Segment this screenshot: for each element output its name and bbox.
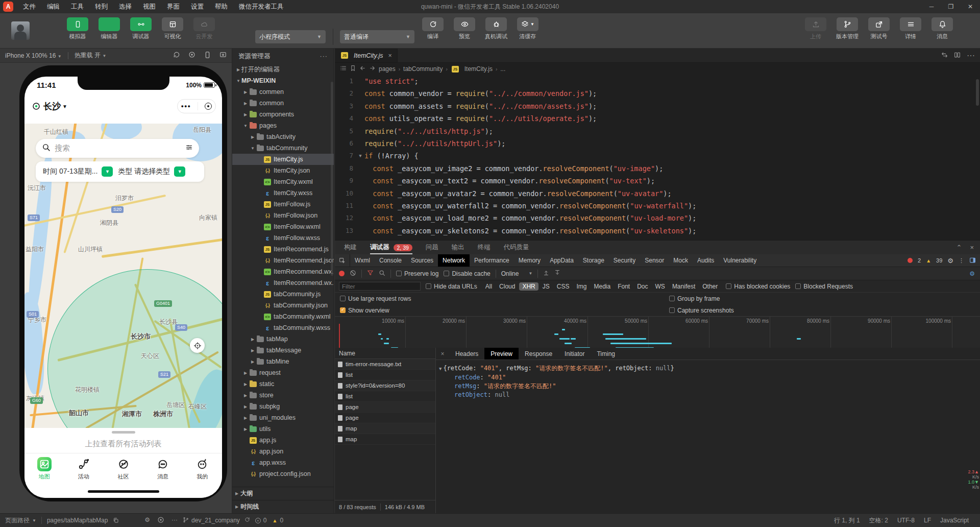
menu-界面[interactable]: 界面 <box>162 1 184 13</box>
bookmark-icon[interactable] <box>350 65 356 73</box>
export-har-icon[interactable] <box>554 270 560 277</box>
maximize-icon[interactable]: ❐ <box>941 0 961 13</box>
debugger-tab-终端[interactable]: 终端 <box>478 241 491 254</box>
breadcrumb-item[interactable]: tabCommunity <box>403 65 443 73</box>
mode-select[interactable]: 小程序模式▼ <box>255 30 326 43</box>
section-时间线[interactable]: ▶时间线 <box>232 500 334 513</box>
device-icon[interactable] <box>204 51 211 60</box>
debugger-tab-调试器[interactable]: 调试器2, 39 <box>370 241 412 254</box>
devtools-tab-Security[interactable]: Security <box>609 254 640 267</box>
tabbar-item-我的[interactable]: 我的 <box>183 453 222 487</box>
toolbar-button-可视化[interactable]: 可视化 <box>160 17 185 40</box>
hot-reload-select[interactable]: 热重载 开 ▼ <box>75 51 107 60</box>
city-selector[interactable]: 长沙 <box>43 101 61 112</box>
menu-设置[interactable]: 设置 <box>186 1 208 13</box>
toolbar-button-真机调试[interactable]: 真机调试 <box>484 17 508 40</box>
tree-item-tabMessage[interactable]: ▶tabMessage <box>232 345 334 356</box>
toolbar-button-版本管理[interactable]: 版本管理 <box>835 17 860 40</box>
status-UTF-8[interactable]: UTF-8 <box>897 516 915 525</box>
sync-view-icon[interactable] <box>941 51 948 60</box>
tree-item-ItemRecommend.wx...[interactable]: <>ItemRecommend.wx... <box>232 266 334 277</box>
tree-item-MP-WEIXIN[interactable]: ▼MP-WEIXIN <box>232 75 334 86</box>
type-filter-Manifest[interactable]: Manifest <box>669 282 698 291</box>
devtools-tab-Console[interactable]: Console <box>375 254 406 267</box>
explorer-more-icon[interactable]: ··· <box>320 53 328 60</box>
tree-item-ItemCity.json[interactable]: {..}ItemCity.json <box>232 165 334 176</box>
search-bar[interactable]: 搜索 <box>36 139 199 158</box>
refresh-sim-icon[interactable] <box>173 51 180 60</box>
menu-微信开发者工具[interactable]: 微信开发者工具 <box>234 1 288 13</box>
tree-item-tabCommunity.wxml[interactable]: <>tabCommunity.wxml <box>232 311 334 322</box>
network-settings-icon[interactable]: ⚙ <box>969 270 975 277</box>
record-icon[interactable] <box>188 51 195 60</box>
close-capsule-icon[interactable] <box>205 103 212 110</box>
tree-item-project.config.json[interactable]: {..}project.config.json <box>232 468 334 480</box>
devtools-kebab-icon[interactable]: ⋮ <box>959 257 964 264</box>
devtools-tab-Sources[interactable]: Sources <box>406 254 438 267</box>
devtools-settings-icon[interactable]: ⚙ <box>947 257 953 265</box>
split-editor-icon[interactable] <box>954 51 961 60</box>
inspect-element-icon[interactable] <box>335 254 350 267</box>
close-tab-icon[interactable]: × <box>388 52 391 59</box>
devtools-tab-Network[interactable]: Network <box>438 254 470 267</box>
disable-cache-checkbox[interactable]: Disable cache <box>444 270 490 277</box>
devtools-tab-Audits[interactable]: Audits <box>693 254 719 267</box>
tree-item-store[interactable]: ▶store <box>232 390 334 401</box>
menu-文件[interactable]: 文件 <box>18 1 40 13</box>
back-icon[interactable] <box>359 65 366 73</box>
tree-item-ItemFollow.wxml[interactable]: <>ItemFollow.wxml <box>232 221 334 232</box>
editor-more-icon[interactable]: ··· <box>967 51 975 60</box>
type-filter-JS[interactable]: JS <box>540 282 553 291</box>
detail-tab-Timing[interactable]: Timing <box>591 348 621 360</box>
breadcrumb-item[interactable]: pages <box>379 65 396 73</box>
status-JavaScript[interactable]: JavaScript <box>940 516 969 525</box>
git-sync-icon[interactable] <box>244 517 250 524</box>
statusbar-dots-icon[interactable]: ··· <box>172 516 178 525</box>
option-use-large-request-rows[interactable]: Use large request rows <box>340 295 411 302</box>
tree-item-tabCommunity.wxss[interactable]: εtabCommunity.wxss <box>232 322 334 333</box>
tree-item-ItemFollow.js[interactable]: JSItemFollow.js <box>232 199 334 210</box>
detail-tab-Response[interactable]: Response <box>519 348 558 360</box>
tabbar-item-消息[interactable]: 消息 <box>143 453 182 487</box>
screenshot-icon[interactable] <box>219 51 227 60</box>
sheet-drag-handle[interactable] <box>112 431 135 434</box>
detail-tab-Initiator[interactable]: Initiator <box>558 348 591 360</box>
request-row[interactable]: list <box>335 370 435 380</box>
devtools-tab-Wxml[interactable]: Wxml <box>350 254 375 267</box>
tree-item-components[interactable]: ▶components <box>232 109 334 120</box>
chevron-down-icon[interactable]: ▼ <box>102 166 113 177</box>
explorer-scrollbar[interactable] <box>331 82 333 276</box>
filter-chip[interactable]: 时间 07-13星期...▼ <box>43 166 113 177</box>
tabbar-item-地图[interactable]: 地图 <box>24 453 64 487</box>
network-search-icon[interactable] <box>379 270 385 278</box>
toolbar-button-消息[interactable]: 消息 <box>930 17 954 40</box>
type-filter-XHR[interactable]: XHR <box>519 282 538 291</box>
toolbar-button-调试器[interactable]: 调试器 <box>129 17 153 40</box>
filter-input[interactable] <box>339 282 421 291</box>
request-row[interactable]: style?id=0&version=80 <box>335 380 435 391</box>
checkbox[interactable] <box>340 296 346 301</box>
hide-data-urls-checkbox[interactable]: Hide data URLs <box>426 283 477 290</box>
toolbar-button-详情[interactable]: 详情 <box>898 17 923 40</box>
request-row[interactable]: page <box>335 413 435 423</box>
checkbox[interactable] <box>669 307 675 313</box>
filter-funnel-icon[interactable] <box>367 270 374 278</box>
type-filter-Media[interactable]: Media <box>591 282 614 291</box>
toolbar-button-清缓存[interactable]: ▼清缓存 <box>516 17 540 40</box>
request-row[interactable]: page <box>335 402 435 413</box>
menu-选择[interactable]: 选择 <box>114 1 136 13</box>
status-LF[interactable]: LF <box>924 516 931 525</box>
type-filter-Doc[interactable]: Doc <box>634 282 651 291</box>
throttle-select[interactable]: Online▼ <box>501 270 533 277</box>
devtools-tab-Performance[interactable]: Performance <box>470 254 514 267</box>
tree-item-uni_modules[interactable]: ▶uni_modules <box>232 412 334 423</box>
tree-item-commen[interactable]: ▶commen <box>232 86 334 98</box>
tree-item-app.js[interactable]: JSapp.js <box>232 435 334 446</box>
editor-scrollbar[interactable] <box>976 79 979 106</box>
tree-item-ItemRecommend.js[interactable]: JSItemRecommend.js <box>232 244 334 255</box>
code-area[interactable]: 1"use strict";2const common_vendor = req… <box>335 75 980 237</box>
compile-mode-select[interactable]: 普通编译▼ <box>340 30 414 43</box>
device-select[interactable]: iPhone X 100% 16 ▼ <box>5 52 62 59</box>
menu-编辑[interactable]: 编辑 <box>42 1 64 13</box>
request-row[interactable]: map <box>335 423 435 434</box>
